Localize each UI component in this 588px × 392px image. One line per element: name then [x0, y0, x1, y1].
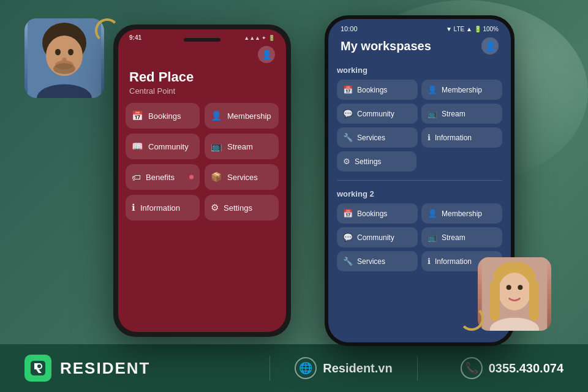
svg-point-7 [53, 63, 75, 74]
information-label: Information [140, 203, 180, 213]
services-text: Services [357, 257, 385, 266]
stream-icon: 📺 [428, 233, 437, 242]
phone1-membership-button[interactable]: 👤 Membership [205, 103, 279, 129]
phone2-workspace1: working 📅 Bookings 👤 Membership 💬 Commun… [328, 62, 511, 178]
information-text: Information [435, 257, 472, 266]
community-icon: 💬 [343, 109, 353, 118]
settings-label: Settings [224, 203, 252, 213]
footer-brand-name: RESIDENT [60, 359, 150, 378]
services-label: Services [227, 173, 258, 182]
avatar-man [24, 18, 104, 98]
phone2-ws2-services[interactable]: 🔧 Services [337, 251, 418, 271]
stream-text: Stream [442, 110, 466, 118]
services-text: Services [357, 134, 385, 142]
phone1-bookings-button[interactable]: 📅 Bookings [126, 103, 200, 129]
membership-icon: 👤 [428, 209, 437, 218]
phone2-ws2-stream[interactable]: 📺 Stream [421, 227, 502, 247]
information-text: Information [435, 134, 472, 142]
svg-point-3 [55, 48, 61, 55]
phone2-ws2-membership[interactable]: 👤 Membership [421, 203, 502, 224]
phone2-ws1-information[interactable]: ℹ Information [421, 127, 502, 148]
phone2-ws1-community[interactable]: 💬 Community [337, 104, 418, 124]
services-icon: 📦 [211, 172, 222, 183]
phone2-status-icons: ▼ LTE ▲ 🔋 100% [446, 26, 499, 32]
phone2-status-bar: 10:00 ▼ LTE ▲ 🔋 100% [328, 19, 511, 32]
phone2-ws2-bookings[interactable]: 📅 Bookings [337, 203, 418, 224]
phone1-benefits-button[interactable]: 🏷 Benefits [126, 164, 200, 190]
benefits-notification-dot [189, 175, 194, 179]
services-icon: 🔧 [343, 133, 353, 142]
phone2-ws1-settings[interactable]: ⚙ Settings [337, 151, 417, 172]
phone1-services-button[interactable]: 📦 Services [205, 164, 279, 190]
footer-phone-text[interactable]: 0355.430.074 [489, 361, 564, 375]
phone2-user-avatar[interactable]: 👤 [481, 37, 499, 55]
footer-bar: RESIDENT 🌐 Resident.vn 📞 0355.430.074 [0, 344, 588, 392]
phone1-user-avatar[interactable]: 👤 [258, 46, 275, 63]
svg-point-11 [498, 273, 530, 310]
corner-accent-bottom-right [459, 306, 484, 331]
membership-icon: 👤 [428, 85, 437, 94]
phone2-workspace1-grid: 📅 Bookings 👤 Membership 💬 Community 📺 St… [337, 80, 502, 172]
information-icon: ℹ [132, 202, 135, 213]
phone1-stream-button[interactable]: 📺 Stream [205, 134, 279, 159]
footer-website-text[interactable]: Resident.vn [323, 361, 392, 375]
services-icon: 🔧 [343, 257, 353, 266]
avatar-woman [478, 257, 551, 331]
community-text: Community [357, 110, 394, 118]
stream-icon: 📺 [428, 109, 437, 118]
membership-label: Membership [227, 111, 271, 121]
svg-point-15 [518, 285, 522, 290]
phone2-ws2-community[interactable]: 💬 Community [337, 227, 418, 247]
phone2-ws1-membership[interactable]: 👤 Membership [421, 80, 502, 100]
footer-brand: RESIDENT [24, 355, 245, 382]
phone1-information-button[interactable]: ℹ Information [126, 195, 200, 221]
svg-point-14 [507, 285, 511, 290]
globe-icon: 🌐 [295, 357, 317, 379]
settings-icon: ⚙ [343, 157, 350, 166]
phone1-time: 9:41 [129, 34, 141, 41]
phone-icon: 📞 [461, 357, 483, 379]
bookings-text: Bookings [357, 209, 387, 218]
resident-logo-icon [29, 360, 47, 377]
calendar-icon: 📅 [132, 110, 143, 121]
bookings-label: Bookings [148, 111, 181, 121]
community-icon: 📖 [132, 141, 143, 152]
stream-label: Stream [227, 142, 253, 151]
membership-icon: 👤 [211, 110, 222, 121]
svg-rect-13 [529, 280, 539, 321]
phone2-title: My workspases [341, 39, 431, 53]
membership-text: Membership [442, 209, 482, 218]
community-text: Community [357, 233, 394, 242]
phone2-divider [337, 180, 502, 181]
footer-divider-1 [270, 356, 270, 380]
phone1-community-button[interactable]: 📖 Community [126, 134, 200, 159]
svg-point-4 [68, 48, 74, 55]
phone1-settings-button[interactable]: ⚙ Settings [205, 195, 279, 221]
membership-text: Membership [442, 86, 482, 94]
phone2-ws1-services[interactable]: 🔧 Services [337, 127, 418, 148]
phone1-app-subtitle: Central Point [118, 86, 286, 103]
phone1-app-title: Red Place [118, 63, 286, 86]
information-icon: ℹ [428, 257, 431, 266]
phone2-ws1-stream[interactable]: 📺 Stream [421, 104, 502, 124]
resident-logo[interactable] [24, 355, 51, 382]
community-label: Community [148, 142, 189, 151]
bookings-text: Bookings [357, 86, 387, 94]
phone2-workspace1-title: working [337, 62, 502, 80]
svg-rect-12 [490, 280, 500, 321]
phone1-notch [184, 38, 221, 42]
phone1-status-icons: ▲▲▲ ✦ 🔋 [244, 35, 275, 41]
avatar-man-face [24, 18, 104, 98]
phone2-ws1-bookings[interactable]: 📅 Bookings [337, 80, 418, 100]
phone1-device: 9:41 ▲▲▲ ✦ 🔋 👤 Red Place Central Point 📅… [113, 24, 291, 337]
benefits-label: Benefits [146, 173, 175, 182]
phone2-header: My workspases 👤 [328, 32, 511, 62]
phone1-screen: 9:41 ▲▲▲ ✦ 🔋 👤 Red Place Central Point 📅… [118, 29, 286, 332]
stream-icon: 📺 [211, 141, 222, 152]
footer-divider-2 [417, 356, 418, 380]
avatar-woman-face [478, 257, 551, 331]
phone1-header: 👤 [118, 41, 286, 63]
phone2-time: 10:00 [341, 25, 358, 32]
settings-icon: ⚙ [211, 202, 219, 213]
footer-website-contact: 🌐 Resident.vn [295, 357, 392, 379]
